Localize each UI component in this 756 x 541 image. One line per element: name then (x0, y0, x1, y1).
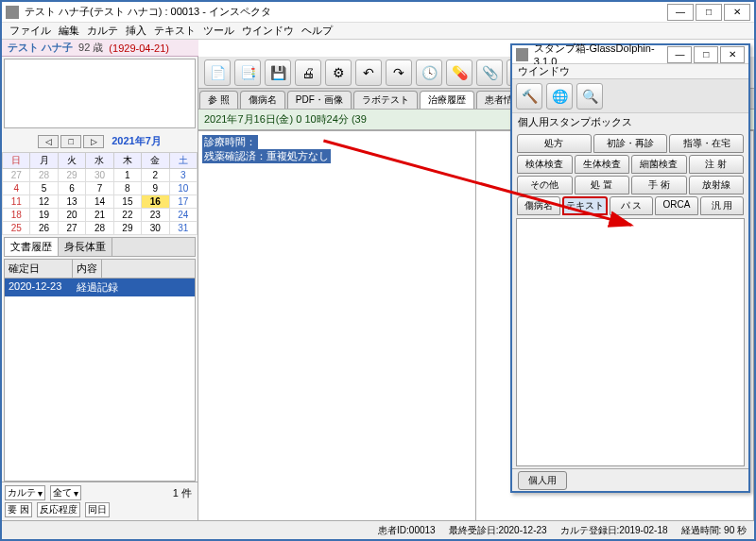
stamp-cat-検体検査[interactable]: 検体検査 (517, 155, 573, 174)
cal-day[interactable]: 25 (3, 222, 30, 235)
stamp-maximize[interactable]: □ (694, 46, 718, 63)
stamp-cat-指導・在宅[interactable]: 指導・在宅 (669, 134, 744, 153)
cal-day[interactable]: 9 (142, 182, 169, 195)
main-tab-0[interactable]: 参 照 (199, 91, 238, 109)
minimize-button[interactable]: — (667, 4, 694, 21)
menu-ツール[interactable]: ツール (201, 24, 236, 38)
maximize-button[interactable]: □ (696, 4, 722, 21)
tab-doc-history[interactable]: 文書履歴 (5, 238, 59, 256)
cal-day[interactable]: 27 (58, 222, 85, 235)
cal-day[interactable]: 3 (169, 169, 197, 182)
main-tab-2[interactable]: PDF・画像 (287, 91, 352, 109)
stamp-cat-テキスト[interactable]: テキスト (562, 196, 608, 215)
doc-row[interactable]: 2020-12-23 経過記録 (5, 279, 195, 296)
menu-ヘルプ[interactable]: ヘルプ (300, 24, 335, 38)
menu-挿入[interactable]: 挿入 (124, 24, 148, 38)
hist-icon[interactable]: 🕓 (416, 59, 442, 86)
stamp-cat-その他[interactable]: その他 (517, 176, 573, 194)
redo-icon[interactable]: ↷ (386, 59, 412, 86)
stamp-cat-放射線[interactable]: 放射線 (689, 176, 745, 194)
stamp-cat-生体検査[interactable]: 生体検査 (575, 155, 630, 174)
upload-globe-icon[interactable]: 🌐 (546, 83, 573, 110)
calendar[interactable]: 日月火水木金土272829301234567891011121314151617… (2, 152, 198, 235)
cal-day[interactable]: 6 (58, 182, 85, 195)
cal-day[interactable]: 27 (3, 169, 30, 182)
cal-day[interactable]: 2 (142, 169, 169, 182)
cal-day[interactable]: 4 (3, 182, 30, 195)
stamp-cat-処方[interactable]: 処方 (517, 134, 592, 153)
cal-day[interactable]: 11 (3, 195, 30, 209)
copy-icon[interactable]: 📑 (234, 59, 261, 86)
stamp-cat-処 置[interactable]: 処 置 (575, 176, 630, 194)
filter-all[interactable]: 全て▾ (50, 485, 81, 500)
cal-day[interactable]: 23 (142, 209, 169, 222)
cal-day[interactable]: 19 (30, 209, 58, 222)
cal-day[interactable]: 18 (3, 209, 30, 222)
stamp-cat-パ ス[interactable]: パ ス (610, 196, 653, 215)
filter-reason[interactable]: 要 因 (5, 502, 32, 517)
cal-day[interactable]: 7 (86, 182, 113, 195)
med-icon[interactable]: 💊 (446, 59, 472, 86)
cal-day[interactable]: 15 (113, 195, 141, 209)
stamp-cat-細菌検査[interactable]: 細菌検査 (631, 155, 687, 174)
menu-ファイル[interactable]: ファイル (8, 24, 53, 38)
cal-day[interactable]: 29 (58, 169, 85, 182)
menu-カルテ[interactable]: カルテ (85, 24, 120, 38)
filter-karte[interactable]: カルテ▾ (5, 485, 45, 500)
undo-icon[interactable]: ↶ (355, 59, 382, 86)
main-tab-3[interactable]: ラボテスト (353, 91, 418, 109)
menu-ウインドウ[interactable]: ウインドウ (240, 24, 296, 38)
print-icon[interactable]: 🖨 (295, 59, 321, 86)
doc-icon[interactable]: 📄 (204, 59, 231, 86)
cal-day[interactable]: 10 (169, 182, 197, 195)
cal-day[interactable]: 20 (58, 209, 85, 222)
stamp-close[interactable]: ✕ (720, 46, 745, 63)
cal-day[interactable]: 30 (86, 169, 113, 182)
stamp-cat-手 術[interactable]: 手 術 (631, 176, 687, 194)
cal-day[interactable]: 29 (113, 222, 141, 235)
hammer-icon[interactable]: 🔨 (516, 83, 542, 110)
cal-prev-button[interactable]: ◁ (38, 135, 59, 148)
cal-day[interactable]: 21 (86, 209, 113, 222)
cal-day[interactable]: 16 (142, 195, 169, 209)
cal-day[interactable]: 1 (113, 169, 141, 182)
cal-day[interactable]: 14 (86, 195, 113, 209)
cal-day[interactable]: 24 (169, 209, 197, 222)
stamp-cat-注 射[interactable]: 注 射 (689, 155, 745, 174)
cal-day[interactable]: 22 (113, 209, 141, 222)
stamp-menu-window[interactable]: ウインドウ (518, 65, 570, 76)
close-button[interactable]: ✕ (724, 4, 750, 21)
clip-icon[interactable]: 📎 (476, 59, 503, 86)
filter-sameday[interactable]: 同日 (85, 502, 110, 517)
cal-day[interactable]: 5 (30, 182, 58, 195)
main-tab-1[interactable]: 傷病名 (240, 91, 285, 109)
cal-day[interactable]: 17 (169, 195, 197, 209)
stamp-minimize[interactable]: — (667, 46, 692, 63)
gears-icon[interactable]: ⚙ (325, 59, 352, 86)
left-record-pane[interactable]: 診療時間： 残薬確認済：重複処方なし (198, 131, 476, 520)
stamp-list-area[interactable] (516, 218, 745, 466)
cal-day[interactable]: 31 (169, 222, 197, 235)
stamp-cat-汎 用[interactable]: 汎 用 (700, 196, 744, 215)
stamp-foot-tab[interactable]: 個人用 (518, 471, 567, 490)
search-globe-icon[interactable]: 🔍 (576, 83, 603, 110)
stamp-cat-ORCA[interactable]: ORCA (655, 196, 698, 215)
tab-body-metrics[interactable]: 身長体重 (59, 238, 112, 256)
menu-編集[interactable]: 編集 (57, 24, 81, 38)
save-icon[interactable]: 💾 (265, 59, 291, 86)
menu-テキスト[interactable]: テキスト (152, 24, 198, 38)
stamp-cat-初診・再診[interactable]: 初診・再診 (593, 134, 668, 153)
cal-day[interactable]: 8 (113, 182, 141, 195)
cal-day[interactable]: 13 (58, 195, 85, 209)
stamp-cat-傷病名[interactable]: 傷病名 (517, 196, 560, 215)
cal-day[interactable]: 30 (142, 222, 169, 235)
cal-day[interactable]: 12 (30, 195, 58, 209)
filter-reaction[interactable]: 反応程度 (37, 502, 80, 517)
cal-today-button[interactable]: □ (60, 135, 81, 148)
main-tab-4[interactable]: 治療履歴 (420, 91, 474, 109)
stamp-line-2: 残薬確認済：重複処方なし (202, 149, 331, 163)
cal-next-button[interactable]: ▷ (83, 135, 104, 148)
cal-day[interactable]: 28 (86, 222, 113, 235)
cal-day[interactable]: 28 (30, 169, 58, 182)
cal-day[interactable]: 26 (30, 222, 58, 235)
